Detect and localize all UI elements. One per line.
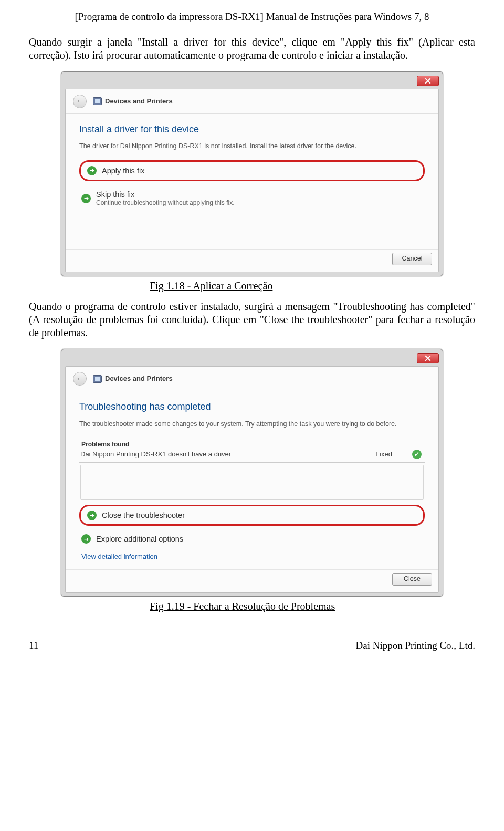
window-heading: Troubleshooting has completed bbox=[79, 401, 425, 413]
problems-found-section: Problems found Dai Nippon Printing DS-RX… bbox=[79, 438, 425, 463]
cancel-button[interactable]: Cancel bbox=[392, 253, 432, 265]
option-apply-fix[interactable]: Apply this fix bbox=[79, 160, 425, 181]
problem-status: Fixed bbox=[375, 450, 392, 459]
arrow-right-icon bbox=[87, 511, 97, 520]
page-number: 11 bbox=[29, 639, 38, 652]
problem-text: Dai Nippon Printing DS-RX1 doesn't have … bbox=[80, 450, 231, 459]
option-explore-additional[interactable]: Explore additional options bbox=[79, 530, 425, 548]
window-heading: Install a driver for this device bbox=[79, 123, 425, 136]
devices-printers-icon bbox=[93, 375, 102, 383]
company-name: Dai Nippon Printing Co., Ltd. bbox=[356, 639, 475, 652]
figure-caption-2: Fig 1.19 - Fechar a Resolução de Problem… bbox=[29, 600, 475, 613]
empty-box bbox=[80, 465, 424, 500]
option-explore-label: Explore additional options bbox=[96, 534, 183, 544]
breadcrumb: ← Devices and Printers bbox=[66, 372, 438, 391]
arrow-right-icon bbox=[81, 534, 91, 544]
option-skip-label: Skip this fix bbox=[96, 190, 235, 199]
paragraph-intro-2: Quando o programa de controlo estiver in… bbox=[29, 300, 475, 339]
arrow-right-icon bbox=[81, 194, 91, 203]
page-footer: 11 Dai Nippon Printing Co., Ltd. bbox=[29, 639, 475, 652]
figure-caption-1: Fig 1.18 - Aplicar a Correção bbox=[29, 279, 475, 293]
troubleshooter-window-install: ← Devices and Printers Install a driver … bbox=[61, 71, 443, 276]
breadcrumb-label: Devices and Printers bbox=[105, 97, 173, 106]
breadcrumb: ← Devices and Printers bbox=[66, 95, 438, 114]
doc-header: [Programa de controlo da impressora DS-R… bbox=[29, 11, 475, 23]
titlebar bbox=[65, 353, 439, 366]
check-icon bbox=[412, 450, 422, 459]
view-detailed-info-link[interactable]: View detailed information bbox=[79, 553, 425, 561]
troubleshooter-window-completed: ← Devices and Printers Troubleshooting h… bbox=[61, 349, 443, 597]
problems-found-heading: Problems found bbox=[79, 440, 425, 450]
close-icon[interactable] bbox=[417, 353, 439, 363]
option-close-label: Close the troubleshooter bbox=[102, 511, 185, 520]
paragraph-intro-1: Quando surgir a janela "Install a driver… bbox=[29, 36, 475, 62]
close-icon[interactable] bbox=[417, 76, 439, 86]
arrow-right-icon bbox=[87, 166, 97, 175]
option-close-troubleshooter[interactable]: Close the troubleshooter bbox=[79, 505, 425, 526]
window-description: The driver for Dai Nippon Printing DS-RX… bbox=[79, 142, 425, 151]
close-button[interactable]: Close bbox=[392, 573, 432, 586]
option-skip-fix[interactable]: Skip this fix Continue troubleshooting w… bbox=[79, 185, 425, 211]
titlebar bbox=[65, 76, 439, 89]
problem-row: Dai Nippon Printing DS-RX1 doesn't have … bbox=[79, 450, 425, 461]
breadcrumb-label: Devices and Printers bbox=[105, 375, 173, 383]
back-icon[interactable]: ← bbox=[73, 372, 87, 386]
option-apply-label: Apply this fix bbox=[102, 166, 144, 175]
devices-printers-icon bbox=[93, 97, 102, 105]
back-icon[interactable]: ← bbox=[73, 95, 87, 108]
option-skip-sub: Continue troubleshooting without applyin… bbox=[96, 199, 235, 207]
window-description: The troubleshooter made some changes to … bbox=[79, 420, 425, 429]
